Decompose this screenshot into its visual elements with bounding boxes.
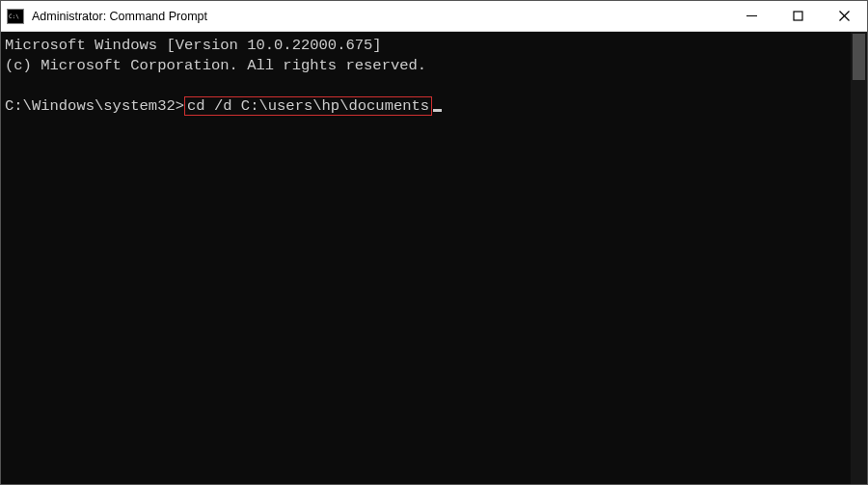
titlebar[interactable]: Administrator: Command Prompt [1,1,867,32]
terminal-area: Microsoft Windows [Version 10.0.22000.67… [1,32,867,484]
window-title: Administrator: Command Prompt [32,10,728,23]
terminal-command: cd /d C:\users\hp\documents [187,97,429,115]
command-prompt-window: Administrator: Command Prompt Microsoft … [0,0,868,485]
minimize-button[interactable] [728,1,774,31]
svg-rect-1 [794,12,802,20]
terminal-version-line: Microsoft Windows [Version 10.0.22000.67… [5,37,382,54]
terminal-copyright-line: (c) Microsoft Corporation. All rights re… [5,57,426,74]
terminal-command-highlight: cd /d C:\users\hp\documents [184,96,432,117]
cmd-icon [7,9,24,24]
terminal[interactable]: Microsoft Windows [Version 10.0.22000.67… [1,32,851,484]
close-button[interactable] [821,1,867,31]
maximize-button[interactable] [774,1,821,31]
terminal-prompt: C:\Windows\system32> [5,97,184,115]
scrollbar-thumb[interactable] [853,34,865,80]
scrollbar-track[interactable] [851,32,867,484]
window-controls [728,1,867,31]
terminal-cursor [433,109,442,112]
